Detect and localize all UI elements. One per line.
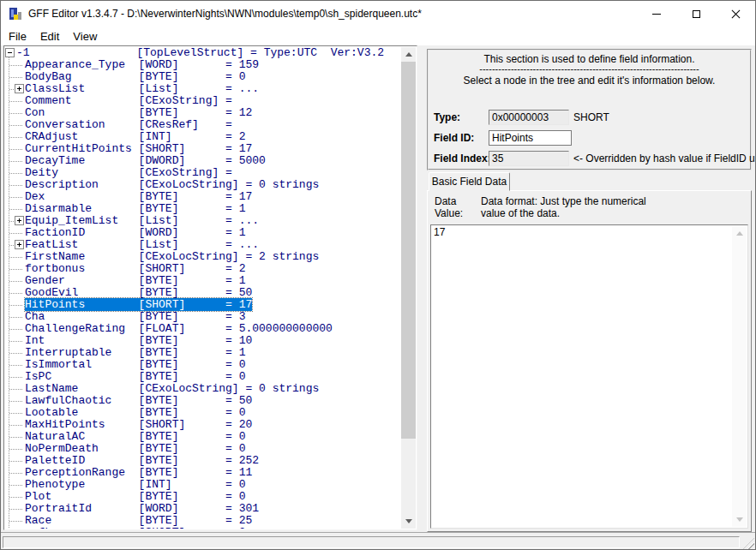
- tree-row-text[interactable]: PaletteID [BYTE] = 252: [25, 454, 259, 467]
- tree-row-text[interactable]: Description [CExoLocString] = 0 strings: [25, 178, 319, 191]
- tree-row-HitPoints[interactable]: HitPoints [SHORT] = 17: [5, 299, 401, 311]
- tree-row-Gender[interactable]: Gender [BYTE] = 1: [5, 275, 401, 287]
- tree-row-text[interactable]: MaxHitPoints [SHORT] = 20: [25, 418, 252, 431]
- tree-row-text[interactable]: IsPC [BYTE] = 0: [25, 370, 245, 383]
- data-value-text[interactable]: 17: [434, 226, 730, 238]
- tree-row-LawfulChaotic[interactable]: LawfulChaotic [BYTE] = 50: [5, 395, 401, 407]
- field-id-input[interactable]: [489, 130, 572, 146]
- tree-row-text[interactable]: IsImmortal [BYTE] = 0: [25, 358, 245, 371]
- tree-row-text[interactable]: PerceptionRange [BYTE] = 11: [25, 466, 252, 479]
- tree-row-fortbonus[interactable]: fortbonus [SHORT] = 2: [5, 263, 401, 275]
- tree-row-Appearance_Type[interactable]: Appearance_Type [WORD] = 159: [5, 59, 401, 71]
- editor-scrollbar[interactable]: [732, 226, 747, 527]
- tree-row-LastName[interactable]: LastName [CExoLocString] = 0 strings: [5, 383, 401, 395]
- tree-row-Con[interactable]: Con [BYTE] = 12: [5, 107, 401, 119]
- tree-row-MaxHitPoints[interactable]: MaxHitPoints [SHORT] = 20: [5, 419, 401, 431]
- tree-row-IsPC[interactable]: IsPC [BYTE] = 0: [5, 371, 401, 383]
- editor-scroll-up-button[interactable]: [732, 226, 747, 241]
- tree-row-text[interactable]: ChallengeRating [FLOAT] = 5.000000000000: [25, 322, 333, 335]
- type-field[interactable]: [489, 110, 569, 125]
- tree-row-Dex[interactable]: Dex [BYTE] = 17: [5, 191, 401, 203]
- tree-row-text[interactable]: Equip_ItemList [List] = ...: [25, 214, 259, 227]
- tree-row-text[interactable]: DecayTime [DWORD] = 5000: [25, 154, 266, 167]
- menu-view[interactable]: View: [66, 28, 104, 45]
- tree-row-Interruptable[interactable]: Interruptable [BYTE] = 1: [5, 347, 401, 359]
- tree-row-text[interactable]: Interruptable [BYTE] = 1: [25, 346, 245, 359]
- tree-row-Deity[interactable]: Deity [CExoString] =: [5, 167, 401, 179]
- tree-row-Description[interactable]: Description [CExoLocString] = 0 strings: [5, 179, 401, 191]
- scroll-down-button[interactable]: [401, 514, 416, 529]
- tree-row-text[interactable]: PortraitId [WORD] = 301: [25, 502, 259, 515]
- editor-scroll-down-button[interactable]: [732, 512, 747, 527]
- tree-row-CRAdjust[interactable]: CRAdjust [INT] = 2: [5, 131, 401, 143]
- tree-row-DecayTime[interactable]: DecayTime [DWORD] = 5000: [5, 155, 401, 167]
- scroll-up-button[interactable]: [401, 47, 416, 62]
- tree-row-text[interactable]: NoPermDeath [BYTE] = 0: [25, 442, 245, 455]
- tree-row-Cha[interactable]: Cha [BYTE] = 3: [5, 311, 401, 323]
- tree-row-PaletteID[interactable]: PaletteID [BYTE] = 252: [5, 455, 401, 467]
- tree-row-text[interactable]: Conversation [CResRef] =: [25, 118, 239, 131]
- tree-row-text[interactable]: ClassList [List] = ...: [25, 82, 259, 95]
- tree-row-text[interactable]: Disarmable [BYTE] = 1: [25, 202, 245, 215]
- tree-row-IsImmortal[interactable]: IsImmortal [BYTE] = 0: [5, 359, 401, 371]
- tree-row-PortraitId[interactable]: PortraitId [WORD] = 301: [5, 503, 401, 515]
- tree-row-PerceptionRange[interactable]: PerceptionRange [BYTE] = 11: [5, 467, 401, 479]
- menu-file[interactable]: File: [2, 28, 33, 45]
- tree-row-CurrentHitPoints[interactable]: CurrentHitPoints [SHORT] = 17: [5, 143, 401, 155]
- tree-row-text[interactable]: Appearance_Type [WORD] = 159: [25, 58, 259, 71]
- tree-row-text[interactable]: Plot [BYTE] = 0: [25, 490, 245, 503]
- tree-row-text[interactable]: fortbonus [SHORT] = 2: [25, 262, 245, 275]
- tree-row-text[interactable]: GoodEvil [BYTE] = 50: [25, 286, 252, 299]
- tree-row-text[interactable]: Gender [BYTE] = 1: [25, 274, 245, 287]
- field-index-field[interactable]: [489, 151, 569, 166]
- tree-row-text[interactable]: refbonus [SHORT] = 2: [25, 526, 245, 529]
- tree-row-FirstName[interactable]: FirstName [CExoLocString] = 2 strings: [5, 251, 401, 263]
- tree-row-text[interactable]: FactionID [WORD] = 1: [25, 226, 245, 239]
- tree-row-text[interactable]: Cha [BYTE] = 3: [25, 310, 245, 323]
- tree-row-Int[interactable]: Int [BYTE] = 10: [5, 335, 401, 347]
- expand-icon[interactable]: [15, 240, 24, 249]
- tree-row-text[interactable]: CRAdjust [INT] = 2: [25, 130, 245, 143]
- tree-row-Disarmable[interactable]: Disarmable [BYTE] = 1: [5, 203, 401, 215]
- minimize-button[interactable]: [637, 1, 676, 27]
- scrollbar-thumb[interactable]: [401, 62, 416, 439]
- tree-row-Plot[interactable]: Plot [BYTE] = 0: [5, 491, 401, 503]
- tree-row-Lootable[interactable]: Lootable [BYTE] = 0: [5, 407, 401, 419]
- tree-row-text[interactable]: Int [BYTE] = 10: [25, 334, 252, 347]
- tree-scrollbar[interactable]: [401, 47, 416, 529]
- tree-row-Equip_ItemList[interactable]: Equip_ItemList [List] = ...: [5, 215, 401, 227]
- tree-row-BodyBag[interactable]: BodyBag [BYTE] = 0: [5, 71, 401, 83]
- tree-row-Conversation[interactable]: Conversation [CResRef] =: [5, 119, 401, 131]
- tree-row-Comment[interactable]: Comment [CExoString] =: [5, 95, 401, 107]
- tree-row-text[interactable]: Comment [CExoString] =: [25, 94, 239, 107]
- tree-row-FactionID[interactable]: FactionID [WORD] = 1: [5, 227, 401, 239]
- tree-row-text[interactable]: Race [BYTE] = 25: [25, 514, 252, 527]
- resize-grip-icon[interactable]: [742, 538, 754, 550]
- tree-row-FeatList[interactable]: FeatList [List] = ...: [5, 239, 401, 251]
- tree-row-ClassList[interactable]: ClassList [List] = ...: [5, 83, 401, 95]
- tab-basic-field-data[interactable]: Basic Field Data: [429, 172, 510, 191]
- tree-row-text[interactable]: BodyBag [BYTE] = 0: [25, 70, 245, 83]
- tree-row-GoodEvil[interactable]: GoodEvil [BYTE] = 50: [5, 287, 401, 299]
- tree-row-text[interactable]: Lootable [BYTE] = 0: [25, 406, 245, 419]
- collapse-icon[interactable]: [5, 48, 15, 57]
- tree-row--1[interactable]: -1 [TopLevelStruct] = Type:UTC Ver:V3.2: [5, 47, 401, 59]
- tree-row-text[interactable]: LastName [CExoLocString] = 0 strings: [25, 382, 319, 395]
- tree-row-refbonus[interactable]: refbonus [SHORT] = 2: [5, 527, 401, 529]
- tree-row-Phenotype[interactable]: Phenotype [INT] = 0: [5, 479, 401, 491]
- tree-row-ChallengeRating[interactable]: ChallengeRating [FLOAT] = 5.000000000000: [5, 323, 401, 335]
- tree-row-text[interactable]: Deity [CExoString] =: [25, 166, 239, 179]
- close-button[interactable]: [716, 1, 755, 27]
- tree-row-text[interactable]: CurrentHitPoints [SHORT] = 17: [25, 142, 252, 155]
- tree-row-text[interactable]: NaturalAC [BYTE] = 0: [25, 430, 245, 443]
- tree-row-text[interactable]: LawfulChaotic [BYTE] = 50: [25, 394, 252, 407]
- expand-icon[interactable]: [15, 84, 24, 93]
- menu-edit[interactable]: Edit: [33, 28, 66, 45]
- tree-row-text[interactable]: FirstName [CExoLocString] = 2 strings: [25, 250, 319, 263]
- tree-row-text[interactable]: Phenotype [INT] = 0: [25, 478, 245, 491]
- tree-row-NaturalAC[interactable]: NaturalAC [BYTE] = 0: [5, 431, 401, 443]
- tree-row-text[interactable]: HitPoints [SHORT] = 17: [25, 298, 252, 311]
- tree-row-Race[interactable]: Race [BYTE] = 25: [5, 515, 401, 527]
- tree-row-text[interactable]: Con [BYTE] = 12: [25, 106, 252, 119]
- data-value-editor[interactable]: 17: [430, 224, 748, 529]
